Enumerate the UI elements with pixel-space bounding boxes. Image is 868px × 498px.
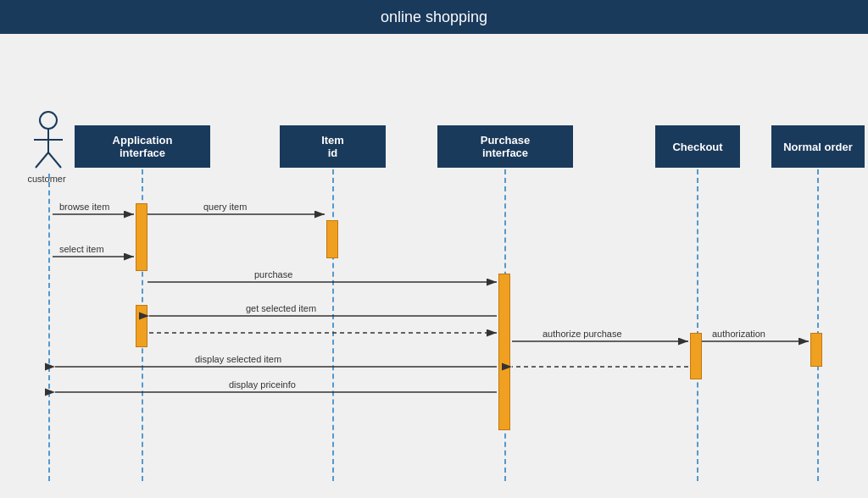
svg-text:display selected item: display selected item (195, 354, 281, 364)
lifeline-header-app: Applicationinterface (75, 125, 210, 168)
svg-line-3 (36, 152, 48, 168)
activation-item-1 (326, 220, 338, 258)
lifeline-header-normalorder: Normal order (771, 125, 865, 168)
activation-purchase-1 (498, 274, 510, 430)
sequence-arrows: browse item query item select item purch… (0, 34, 868, 498)
diagram-area: customer Applicationinterface Itemid Pur… (0, 34, 868, 498)
lifeline-actor (48, 174, 50, 481)
activation-checkout-1 (690, 333, 702, 379)
lifeline-header-purchase: Purchaseinterface (437, 125, 573, 168)
svg-text:browse item: browse item (59, 202, 109, 212)
activation-app-2 (136, 305, 147, 347)
lifeline-checkout (697, 169, 698, 481)
lifeline-header-item: Itemid (280, 125, 386, 168)
lifeline-item (332, 169, 334, 481)
actor-figure (27, 110, 70, 169)
svg-text:purchase: purchase (254, 269, 292, 279)
actor-label: customer (25, 174, 68, 184)
title-bar: online shopping (0, 0, 868, 34)
lifeline-header-checkout: Checkout (655, 125, 740, 168)
svg-text:query item: query item (203, 202, 247, 212)
svg-text:authorize purchase: authorize purchase (542, 329, 622, 339)
activation-normalorder-1 (810, 333, 822, 367)
activation-app-1 (136, 203, 147, 271)
diagram-title: online shopping (381, 8, 487, 25)
svg-text:authorization: authorization (712, 329, 765, 339)
svg-text:select item: select item (59, 244, 104, 254)
lifeline-normalorder (817, 169, 819, 481)
svg-line-4 (48, 152, 61, 168)
svg-point-0 (40, 112, 57, 129)
svg-text:get selected item: get selected item (246, 303, 316, 313)
svg-text:display priceinfo: display priceinfo (229, 379, 296, 390)
